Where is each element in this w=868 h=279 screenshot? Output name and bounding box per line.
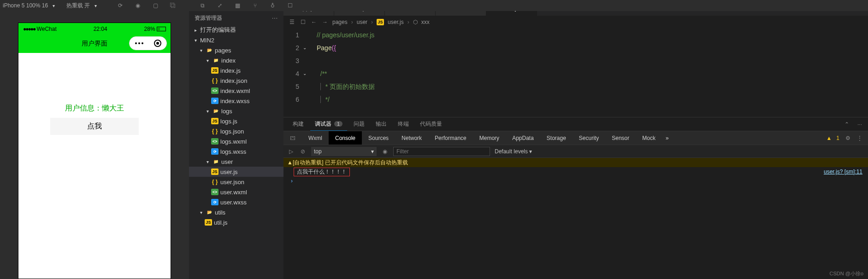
tab-terminal[interactable]: 终端 (393, 117, 413, 131)
breadcrumb-file[interactable]: user.js (388, 19, 404, 25)
grid-icon[interactable]: ▦ (234, 2, 241, 9)
open-editors-section[interactable]: ▸打开的编辑器 (189, 25, 283, 35)
chevron-down-icon: ▾ (51, 3, 56, 8)
devtab-appdata[interactable]: AppData (506, 131, 540, 145)
devtab-console[interactable]: Console (329, 131, 362, 145)
expand-icon[interactable]: ⤢ (216, 2, 224, 9)
folder-user[interactable]: ▾📁user (189, 157, 283, 167)
device-selector[interactable]: iPhone 5 100% 16 (3, 2, 48, 9)
devtools-tabs: ⮹ Wxml Console Sources Network Performan… (283, 131, 868, 145)
hot-reload-toggle[interactable]: 热重载 开 (66, 2, 90, 10)
nav-bar: 用户界面 (18, 35, 171, 53)
context-selector[interactable]: top▾ (311, 147, 377, 156)
file-index-wxss[interactable]: ⟳index.wxss (189, 96, 283, 106)
back-icon[interactable]: ← (310, 18, 318, 26)
tab-build[interactable]: 构建 (288, 117, 308, 131)
devtab-network[interactable]: Network (395, 131, 428, 145)
file-logs-wxml[interactable]: <>logs.wxml (189, 136, 283, 146)
list-icon[interactable]: ☰ (288, 18, 295, 26)
simulator-panel: ●●●●● WeChat 22:04 28% 用户界面 用户信息：懒大王 点我 (0, 0, 189, 279)
capsule-button[interactable] (129, 36, 167, 50)
page-title: 用户界面 (82, 40, 107, 48)
file-tree: ▸打开的编辑器 ▾MIN2 ▾📂pages ▾📁index JSindex.js… (189, 25, 283, 279)
inspect-icon[interactable]: ⮹ (289, 134, 296, 142)
file-logs-json[interactable]: { }logs.json (189, 126, 283, 136)
file-index-json[interactable]: { }index.json (189, 76, 283, 86)
flow-icon[interactable]: ♁ (269, 2, 276, 9)
file-util-js[interactable]: JSutil.js (189, 217, 283, 227)
root-folder[interactable]: ▾MIN2 (189, 35, 283, 45)
prompt-icon[interactable]: › (287, 178, 293, 184)
more-icon[interactable]: ··· (272, 15, 278, 21)
box-icon[interactable]: ☐ (286, 2, 294, 9)
gear-icon[interactable]: ⚙ (844, 134, 851, 142)
file-user-wxss[interactable]: ⟳user.wxss (189, 197, 283, 207)
file-user-json[interactable]: { }user.json (189, 177, 283, 187)
file-index-wxml[interactable]: <>index.wxml (189, 86, 283, 96)
copy-icon[interactable]: ⿻ (169, 2, 177, 9)
warning-count: 1 (836, 135, 839, 141)
file-user-wxml[interactable]: <>user.wxml (189, 187, 283, 197)
branch-icon[interactable]: ⑂ (251, 2, 259, 9)
clear-icon[interactable]: ⊘ (299, 148, 307, 155)
code-editor[interactable]: 12⌄3 4⌄56 // pages/user/user.js Page({ /… (283, 29, 868, 117)
devtab-sources[interactable]: Sources (362, 131, 395, 145)
devtab-memory[interactable]: Memory (473, 131, 506, 145)
file-user-js[interactable]: JSuser.js (189, 167, 283, 177)
folder-utils[interactable]: ▾📂utils (189, 207, 283, 217)
more-icon[interactable]: ⋮ (856, 134, 863, 142)
file-logs-wxss[interactable]: ⟳logs.wxss (189, 146, 283, 157)
devtab-mock[interactable]: Mock (636, 131, 662, 145)
log-message: 点我干什么！！！！ (294, 168, 350, 176)
watermark: CSDN @小徐o (829, 270, 863, 277)
console-output: ▲ [自动热重载] 已开启代码文件保存后自动热重载 点我干什么！！！！ user… (283, 158, 868, 186)
chevron-down-icon: ▾ (93, 3, 98, 8)
eye-icon[interactable]: ◉ (381, 148, 389, 155)
device-icon[interactable]: ▢ (152, 2, 159, 9)
carrier-label: WeChat (37, 26, 57, 32)
folder-pages[interactable]: ▾📂pages (189, 45, 283, 55)
file-index-js[interactable]: JSindex.js (189, 65, 283, 76)
breadcrumb-user[interactable]: user (357, 19, 367, 25)
menu-icon[interactable] (135, 42, 143, 44)
tab-output[interactable]: 输出 (371, 117, 391, 131)
log-source-link[interactable]: user.js? [sm]:11 (824, 169, 864, 175)
breadcrumb-pages[interactable]: pages (332, 19, 348, 25)
status-bar: ●●●●● WeChat 22:04 28% (18, 23, 171, 35)
tab-problems[interactable]: 问题 (349, 117, 369, 131)
more-icon[interactable]: ··· (856, 121, 863, 128)
bookmark-icon[interactable]: ☐ (299, 18, 307, 26)
file-logs-js[interactable]: JSlogs.js (189, 116, 283, 126)
devtab-security[interactable]: Security (573, 131, 605, 145)
layout-icon[interactable]: ⧉ (199, 2, 206, 9)
levels-selector[interactable]: Default levels ▾ (495, 148, 532, 155)
forward-icon[interactable]: → (321, 18, 329, 26)
devtab-wxml[interactable]: Wxml (302, 131, 329, 145)
click-me-button[interactable]: 点我 (50, 118, 139, 135)
tab-debugger[interactable]: 调试器1 (310, 117, 347, 131)
warning-icon[interactable]: ▲ (826, 135, 832, 141)
signal-icon: ●●●●● (23, 26, 35, 32)
console-toolbar: ▷ ⊘ top▾ ◉ Default levels ▾ (283, 145, 868, 158)
breadcrumb-symbol[interactable]: xxx (421, 19, 430, 25)
console-warning-row: ▲ [自动热重载] 已开启代码文件保存后自动热重载 (283, 158, 868, 167)
time-label: 22:04 (94, 26, 107, 32)
devtab-storage[interactable]: Storage (540, 131, 573, 145)
filter-input[interactable] (393, 147, 490, 156)
phone-frame: ●●●●● WeChat 22:04 28% 用户界面 用户信息：懒大王 点我 (18, 23, 171, 279)
devtab-performance[interactable]: Performance (428, 131, 473, 145)
play-icon[interactable]: ▷ (287, 148, 295, 155)
cube-icon: ⬡ (413, 19, 418, 25)
folder-index[interactable]: ▾📁index (189, 55, 283, 65)
refresh-icon[interactable]: ⟳ (117, 2, 124, 9)
overflow-icon[interactable]: » (662, 135, 673, 141)
explorer-title: 资源管理器 (195, 14, 222, 22)
devtab-sensor[interactable]: Sensor (605, 131, 636, 145)
close-icon[interactable] (154, 40, 161, 47)
code-line: // pages/user/user.js (317, 29, 868, 41)
tab-quality[interactable]: 代码质量 (415, 117, 447, 131)
chevron-up-icon[interactable]: ⌃ (843, 121, 850, 128)
breadcrumb: ☰ ☐ ← → pages› user› JSuser.js› ⬡xxx (283, 16, 868, 29)
record-icon[interactable]: ◉ (134, 2, 142, 9)
folder-logs[interactable]: ▾📂logs (189, 106, 283, 116)
